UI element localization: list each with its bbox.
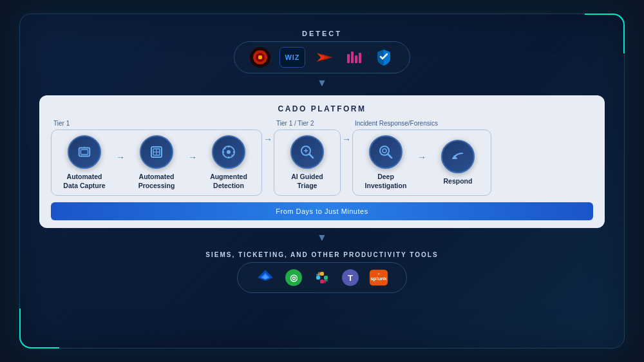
svg-line-21 [232, 155, 233, 157]
svg-rect-3 [347, 54, 350, 63]
svg-rect-6 [359, 53, 361, 63]
stage-automated-data-capture: AutomatedData Capture [55, 135, 113, 190]
svg-line-20 [225, 148, 226, 149]
svg-point-2 [258, 55, 262, 59]
svg-rect-38 [324, 280, 326, 283]
svg-rect-8 [80, 149, 88, 154]
svg-rect-31 [316, 276, 320, 280]
siems-pill: ◎ T [237, 262, 407, 293]
tier1-label: Tier 1 [51, 120, 70, 127]
wiz-icon: WIZ [279, 47, 305, 68]
stage-automated-processing: AutomatedProcessing [128, 135, 185, 190]
svg-point-15 [227, 150, 231, 154]
stage-label-3: AugmentedDetection [210, 173, 247, 190]
arrow-1: → [116, 152, 125, 162]
svg-rect-34 [320, 280, 324, 283]
progress-bar: From Days to Just Minutes [51, 202, 593, 220]
slack-icon [312, 268, 332, 287]
svg-line-23 [309, 154, 313, 158]
svg-rect-4 [351, 52, 354, 63]
arrow-down-siems: ▼ [317, 232, 327, 243]
svg-text:◎: ◎ [290, 272, 298, 283]
detect-label: DETECT [302, 30, 342, 37]
defender-icon [250, 47, 270, 68]
microsoft-shield-icon [374, 47, 394, 68]
svg-point-28 [383, 149, 386, 153]
svg-line-27 [388, 154, 392, 158]
stage-ai-guided-triage: AI GuidedTriage [278, 135, 336, 190]
svg-text:T: T [348, 273, 353, 283]
tiers-row: Tier 1 AutomatedData Capture [51, 120, 593, 196]
logrhythm-icon [344, 47, 365, 68]
siems-section: SIEMS, TICKETING, AND OTHER PRODUCTIVITY… [205, 251, 438, 293]
arrow-2: → [188, 152, 197, 162]
stage-circle-2 [140, 135, 173, 169]
ir-label: Incident Response/Forensics [352, 120, 438, 127]
progress-label: From Days to Just Minutes [276, 207, 368, 215]
ir-inner: DeepInvestigation → Respond [352, 129, 491, 196]
ir-group: Incident Response/Forensics DeepInvestig… [352, 120, 491, 196]
tier12-inner: AI GuidedTriage [274, 129, 341, 196]
stage-augmented-detection: AugmentedDetection [200, 135, 258, 190]
stage-circle-6 [441, 140, 475, 173]
arrow-tier12-ir: → [342, 134, 351, 144]
svg-rect-33 [320, 272, 324, 276]
svg-rect-5 [355, 55, 357, 63]
svg-rect-32 [324, 276, 328, 280]
stage-label-1: AutomatedData Capture [63, 173, 105, 190]
arrow-5: → [417, 152, 426, 162]
tier12-label: Tier 1 / Tier 2 [274, 120, 314, 127]
tier12-group: Tier 1 / Tier 2 AI GuidedTriage [274, 120, 341, 196]
svg-rect-37 [318, 272, 320, 276]
detect-pill: WIZ [234, 41, 410, 73]
pagerduty-icon: ◎ [284, 268, 303, 287]
stage-circle-1 [68, 135, 101, 169]
falcon-icon [314, 47, 335, 68]
svg-text:>: > [377, 271, 380, 276]
arrow-down-detect: ▼ [317, 77, 327, 89]
teams-icon: T [341, 268, 360, 287]
stage-circle-5 [369, 135, 402, 169]
detect-section: DETECT WIZ [234, 30, 410, 89]
stage-label-5: DeepInvestigation [365, 173, 407, 190]
tier1-group: Tier 1 AutomatedData Capture [51, 120, 262, 196]
stage-label-4: AI GuidedTriage [291, 173, 323, 190]
jira-icon [256, 268, 275, 287]
stage-circle-3 [212, 135, 245, 169]
cado-platform: CADO PLATFORM Tier 1 [39, 95, 605, 228]
stage-deep-investigation: DeepInvestigation [357, 135, 415, 190]
tier1-inner: AutomatedData Capture → [51, 129, 262, 196]
svg-text:splunk: splunk [370, 276, 387, 282]
stage-circle-4 [290, 135, 324, 169]
cado-title: CADO PLATFORM [278, 104, 366, 113]
siems-label: SIEMS, TICKETING, AND OTHER PRODUCTIVITY… [205, 251, 438, 258]
stage-label-6: Respond [444, 177, 473, 186]
stage-respond: Respond [429, 140, 487, 186]
main-card: DETECT WIZ [19, 14, 625, 348]
splunk-icon: splunk > [369, 268, 388, 287]
stage-label-2: AutomatedProcessing [138, 173, 175, 190]
arrow-tier1-tier12: → [263, 134, 272, 144]
